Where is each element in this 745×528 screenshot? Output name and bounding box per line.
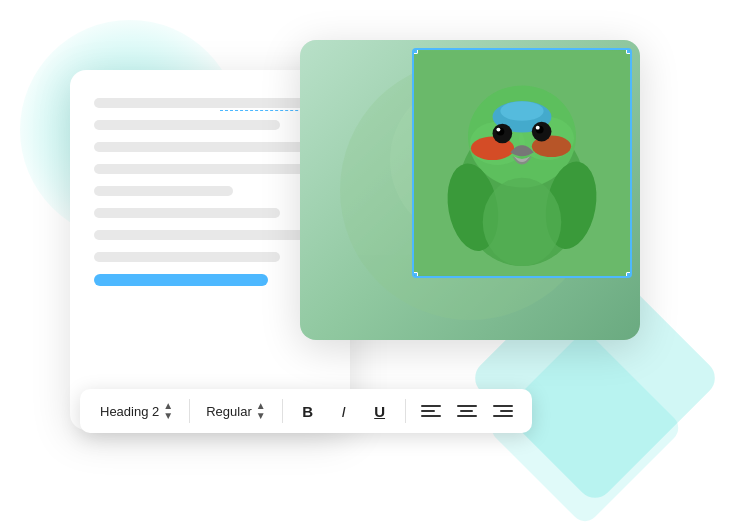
doc-line-6 (94, 208, 280, 218)
doc-line-5 (94, 186, 233, 196)
photo-card (300, 40, 640, 340)
parrot-image (414, 50, 630, 276)
handle-top-right[interactable] (626, 48, 632, 54)
style-select[interactable]: Regular ▲▼ (200, 398, 271, 424)
doc-line-8 (94, 252, 280, 262)
divider-3 (405, 399, 406, 423)
bold-button[interactable]: B (293, 396, 323, 426)
underline-button[interactable]: U (365, 396, 395, 426)
divider-1 (189, 399, 190, 423)
style-label: Regular (206, 404, 252, 419)
italic-button[interactable]: I (329, 396, 359, 426)
doc-line-1 (94, 98, 314, 108)
heading-arrows: ▲▼ (163, 401, 173, 421)
doc-line-highlight (94, 274, 268, 286)
divider-2 (282, 399, 283, 423)
photo-background (300, 40, 640, 340)
handle-bottom-left[interactable] (412, 272, 418, 278)
formatting-toolbar: Heading 2 ▲▼ Regular ▲▼ B I U (80, 389, 532, 433)
align-left-button[interactable] (416, 396, 446, 426)
heading-label: Heading 2 (100, 404, 159, 419)
svg-point-16 (496, 128, 500, 132)
align-right-button[interactable] (488, 396, 518, 426)
svg-point-17 (536, 126, 540, 130)
handle-top-left[interactable] (412, 48, 418, 54)
heading-select[interactable]: Heading 2 ▲▼ (94, 398, 179, 424)
svg-point-20 (483, 178, 562, 266)
style-arrows: ▲▼ (256, 401, 266, 421)
parrot-selection-box (412, 48, 632, 278)
svg-point-9 (500, 101, 543, 121)
doc-line-7 (94, 230, 314, 240)
align-center-button[interactable] (452, 396, 482, 426)
